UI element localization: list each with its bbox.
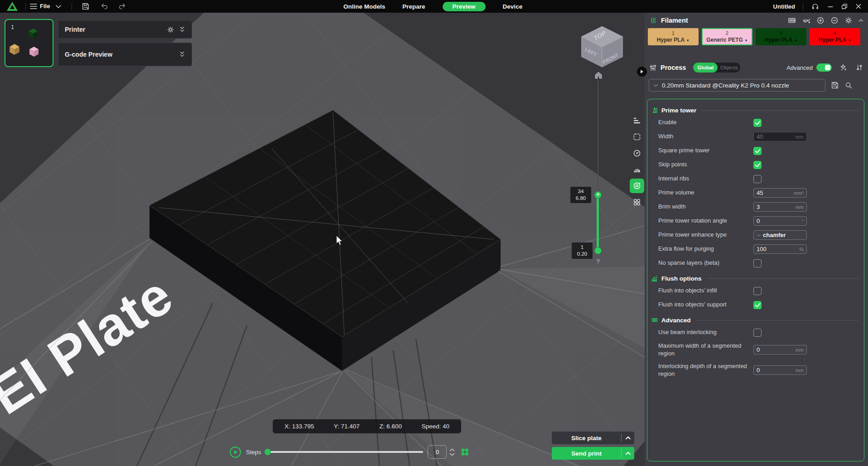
parameter-wizard-icon[interactable] — [839, 63, 847, 72]
filament-collapse-icon[interactable] — [858, 19, 863, 22]
scope-objects-toggle[interactable]: Objects — [718, 65, 740, 70]
steps-decrement-icon[interactable] — [449, 453, 455, 456]
param-row-enable: Enable — [651, 116, 860, 130]
search-params-icon[interactable] — [844, 81, 853, 89]
flush-support-checkbox[interactable] — [753, 301, 762, 309]
remove-filament-icon[interactable] — [830, 16, 839, 24]
parameters-panel: Prime tower Enable Width 40 mm Square pr… — [647, 99, 864, 461]
file-menu-caret-icon[interactable] — [55, 5, 62, 9]
steps-increment-icon[interactable] — [449, 448, 455, 451]
interlocking-depth-input[interactable]: 0 mm — [753, 365, 807, 375]
flush-infill-checkbox[interactable] — [753, 287, 762, 295]
process-section-title: Process — [661, 64, 686, 71]
redo-icon[interactable] — [118, 2, 126, 10]
layer-top-label: 34 6.80 — [570, 187, 591, 203]
printer-settings-gear-icon[interactable] — [167, 26, 174, 34]
filament-slot-3[interactable]: 3 Hyper PLA▼ — [756, 28, 806, 45]
close-icon[interactable] — [855, 3, 862, 10]
creality-logo-icon — [6, 2, 18, 11]
tab-device[interactable]: Device — [503, 3, 523, 10]
right-settings-panel: Filament 1 Hyper PLA▼ 2 Generic PETG — [645, 13, 868, 466]
save-icon[interactable] — [82, 2, 90, 10]
param-row-max-segment-width: Maximum width of a segmented region 0 mm — [651, 340, 860, 360]
ams-sync-icon[interactable] — [787, 16, 796, 24]
brim-width-input[interactable]: 3 mm — [753, 202, 807, 212]
no-sparse-layers-checkbox[interactable] — [753, 259, 762, 267]
internal-ribs-checkbox[interactable] — [753, 175, 762, 183]
param-row-flush-infill: Flush into objects' infill — [651, 284, 860, 298]
advanced-toggle-label: Advanced — [786, 64, 813, 71]
filament-view-button[interactable] — [630, 179, 644, 193]
restore-window-icon[interactable] — [841, 3, 848, 10]
panel-collapse-handle[interactable] — [637, 67, 647, 77]
mouse-cursor — [336, 236, 343, 246]
filament-change-marker-icon[interactable] — [459, 447, 470, 457]
status-y: Y: 71.407 — [334, 423, 360, 430]
tab-online-models[interactable]: Online Models — [343, 3, 385, 10]
process-preset-dropdown[interactable]: 0.20mm Standard @Creality K2 Pro 0.4 noz… — [649, 79, 825, 92]
minimize-icon[interactable] — [827, 3, 834, 10]
gcode-preview-title: G-code Preview — [65, 51, 112, 58]
enable-checkbox[interactable] — [753, 119, 762, 127]
menu-icon[interactable] — [30, 3, 37, 10]
flush-volumes-faucet-icon[interactable] — [802, 16, 810, 24]
compare-presets-icon[interactable] — [855, 63, 863, 72]
advanced-toggle-switch[interactable] — [816, 63, 832, 72]
navigation-cube[interactable]: TOP LEFT FRONT — [581, 26, 623, 67]
square-prime-tower-checkbox[interactable] — [753, 147, 762, 155]
home-view-icon[interactable] — [594, 71, 603, 80]
status-speed: Speed: 40 — [421, 423, 449, 430]
send-options-chevron[interactable] — [622, 451, 634, 455]
layer-bottom-label: 1 0.20 — [572, 243, 593, 259]
filament-slot-4[interactable]: 4 Hyper PLA▼ — [810, 28, 860, 45]
param-row-prime-volume: Prime volume 45 mm³ — [651, 186, 860, 200]
layer-slider-range[interactable] — [597, 195, 599, 251]
max-segment-width-input[interactable]: 0 mm — [753, 345, 807, 354]
save-preset-icon[interactable] — [831, 81, 839, 89]
scope-global-toggle[interactable]: Global — [693, 63, 718, 73]
filament-caret-icon: ▼ — [848, 39, 851, 43]
tab-prepare[interactable]: Prepare — [402, 3, 425, 10]
play-button[interactable] — [229, 446, 241, 458]
printer-panel-header[interactable]: Printer — [58, 20, 192, 39]
plate-thumbnail[interactable]: 1 — [5, 19, 53, 67]
beam-interlocking-checkbox[interactable] — [753, 329, 762, 337]
gcode-expand-chevrons-icon[interactable] — [179, 51, 185, 58]
steps-playback-bar: Steps 0 — [229, 442, 470, 461]
rotation-angle-input[interactable]: 0 ° — [753, 216, 807, 226]
slice-plate-button[interactable]: Slice plate — [552, 432, 634, 444]
param-row-beam-interlocking: Use beam interlocking — [651, 325, 860, 340]
slice-options-chevron[interactable] — [622, 436, 634, 440]
prime-volume-input[interactable]: 45 mm³ — [753, 188, 807, 198]
steps-slider[interactable] — [266, 451, 423, 453]
support-headset-icon[interactable] — [811, 2, 820, 10]
skip-points-checkbox[interactable] — [753, 161, 762, 169]
preview-view-toolbar — [630, 113, 644, 209]
send-print-button[interactable]: Send print — [552, 447, 634, 460]
gcode-preview-panel-header[interactable]: G-code Preview — [58, 43, 192, 66]
filament-slot-1[interactable]: 1 Hyper PLA▼ — [648, 28, 699, 45]
tab-preview[interactable]: Preview — [443, 2, 486, 11]
printer-expand-chevrons-icon[interactable] — [179, 26, 185, 33]
3d-viewport[interactable]: PEI Plate — [0, 13, 645, 466]
flow-view-button[interactable] — [630, 162, 644, 177]
steps-value-input[interactable]: 0 — [428, 445, 447, 459]
filament-caret-icon: ▼ — [686, 39, 690, 43]
layer-slider-top-handle[interactable]: + — [594, 191, 602, 199]
plate-index: 1 — [11, 24, 14, 30]
file-menu[interactable]: File — [40, 3, 50, 10]
multi-color-view-button[interactable] — [630, 195, 644, 209]
filament-settings-gear-icon[interactable] — [844, 16, 853, 24]
layer-slider-help[interactable]: ? — [593, 258, 603, 265]
speed-view-button[interactable] — [630, 146, 644, 160]
layer-slider-bottom-handle[interactable] — [594, 247, 602, 254]
plate-outline-button[interactable] — [630, 130, 644, 144]
steps-slider-handle[interactable] — [265, 449, 271, 455]
extra-flow-input[interactable]: 100 % — [753, 244, 807, 254]
width-input: 40 mm — [753, 132, 807, 141]
enhance-type-dropdown[interactable]: chamfer — [753, 230, 807, 240]
line-type-legend-button[interactable] — [630, 113, 644, 128]
filament-slot-2[interactable]: 2 Generic PETG▼ — [702, 28, 752, 45]
undo-icon[interactable] — [101, 2, 109, 10]
add-filament-icon[interactable] — [816, 16, 825, 24]
